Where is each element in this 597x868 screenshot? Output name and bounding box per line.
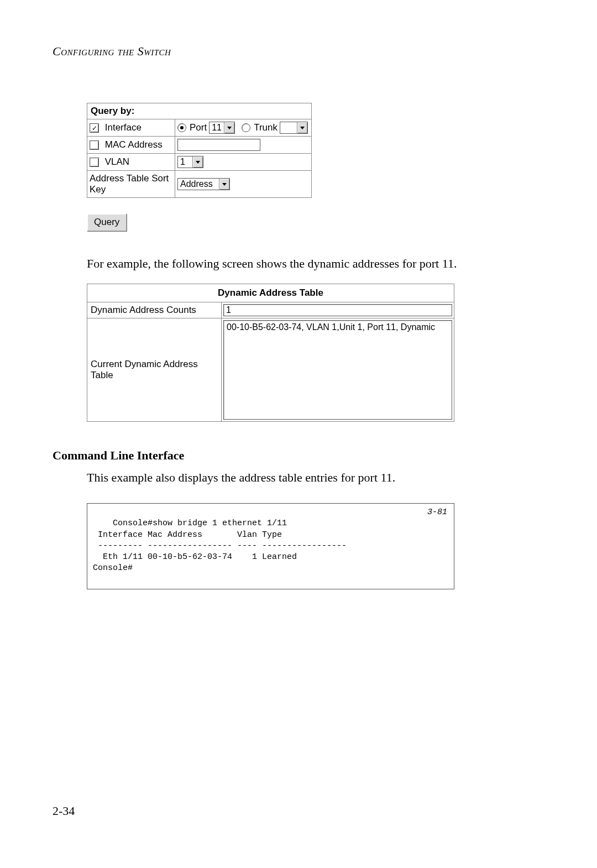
trunk-select[interactable] bbox=[280, 122, 308, 134]
chevron-down-icon[interactable] bbox=[192, 156, 203, 168]
dynamic-table-title: Dynamic Address Table bbox=[87, 284, 454, 302]
current-table-label: Current Dynamic Address Table bbox=[87, 318, 222, 422]
vlan-label: VLAN bbox=[105, 156, 129, 167]
trunk-label: Trunk bbox=[254, 122, 277, 133]
chevron-down-icon[interactable] bbox=[224, 122, 234, 133]
sortkey-select[interactable]: Address bbox=[177, 178, 230, 190]
chevron-down-icon[interactable] bbox=[219, 179, 229, 190]
console-output: 3-81Console#show bridge 1 ethernet 1/11 … bbox=[87, 503, 454, 589]
mac-input[interactable] bbox=[177, 139, 260, 151]
dynamic-counts-label: Dynamic Address Counts bbox=[87, 302, 222, 318]
interface-checkbox[interactable]: ✓ bbox=[90, 123, 99, 133]
chevron-down-icon[interactable] bbox=[297, 122, 307, 133]
mac-checkbox[interactable] bbox=[90, 140, 99, 150]
dynamic-entries-listbox[interactable]: 00-10-B5-62-03-74, VLAN 1,Unit 1, Port 1… bbox=[223, 320, 452, 420]
mac-label: MAC Address bbox=[105, 139, 163, 150]
vlan-select[interactable]: 1 bbox=[177, 156, 203, 168]
paragraph-example: For example, the following screen shows … bbox=[87, 254, 474, 273]
query-button[interactable]: Query bbox=[87, 213, 127, 231]
query-heading: Query by: bbox=[87, 103, 312, 119]
dynamic-address-table: Dynamic Address Table Dynamic Address Co… bbox=[87, 284, 454, 422]
vlan-checkbox[interactable] bbox=[90, 158, 99, 167]
console-ref: 3-81 bbox=[427, 507, 447, 518]
query-panel: Query by: ✓ Interface Port 11 Trunk bbox=[87, 103, 312, 198]
list-item[interactable]: 00-10-B5-62-03-74, VLAN 1,Unit 1, Port 1… bbox=[227, 322, 449, 332]
port-radio[interactable] bbox=[177, 123, 186, 132]
cli-heading: Command Line Interface bbox=[53, 448, 544, 463]
sortkey-label: Address Table Sort Key bbox=[87, 171, 175, 198]
trunk-radio[interactable] bbox=[242, 123, 250, 132]
page-number: 2-34 bbox=[53, 804, 75, 818]
port-label: Port bbox=[190, 122, 207, 133]
port-select[interactable]: 11 bbox=[209, 122, 235, 134]
page-header: Configuring the Switch bbox=[53, 44, 544, 59]
cli-intro: This example also displays the address t… bbox=[87, 468, 544, 487]
console-lines: Console#show bridge 1 ethernet 1/11 Inte… bbox=[93, 519, 347, 573]
interface-label: Interface bbox=[105, 122, 142, 133]
dynamic-counts-value[interactable]: 1 bbox=[223, 304, 452, 316]
